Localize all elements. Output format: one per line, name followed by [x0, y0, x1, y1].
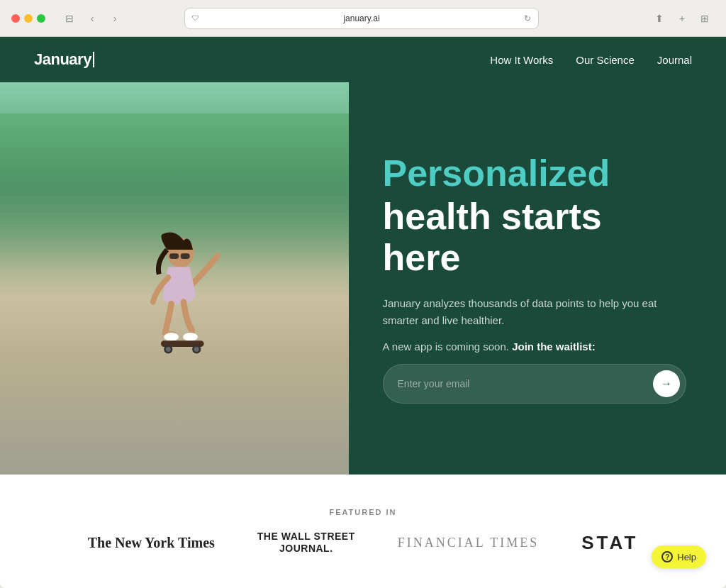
logo-stat: STAT: [581, 532, 638, 554]
maximize-window-button[interactable]: [37, 14, 45, 23]
help-label: Help: [677, 552, 696, 562]
browser-chrome: ⊟ ‹ › 🛡 january.ai ↻ ⬆ + ⊞: [0, 0, 726, 37]
svg-point-7: [166, 347, 171, 352]
site-navigation: How It Works Our Science Journal: [490, 54, 692, 66]
featured-section: FEATURED IN The New York Times THE WALL …: [0, 475, 726, 588]
logo-wall-street-journal: THE WALL STREETJOURNAL.: [257, 531, 355, 555]
hero-description: January analyzes thousands of data point…: [383, 295, 686, 329]
site-header: January How It Works Our Science Journal: [0, 37, 726, 82]
arrow-icon: →: [661, 377, 672, 390]
traffic-lights: [11, 14, 45, 23]
nav-journal[interactable]: Journal: [657, 54, 692, 66]
submit-button[interactable]: →: [653, 370, 680, 397]
email-input[interactable]: [398, 378, 647, 389]
new-tab-button[interactable]: +: [672, 9, 692, 28]
logo-new-york-times: The New York Times: [88, 535, 215, 551]
hero-section: Personalized health starts here January …: [0, 82, 726, 475]
hero-image: [0, 82, 349, 475]
address-bar[interactable]: 🛡 january.ai ↻: [184, 8, 539, 29]
security-icon: 🛡: [192, 14, 199, 22]
featured-label: FEATURED IN: [329, 508, 396, 516]
svg-point-3: [164, 333, 179, 341]
website-content: January How It Works Our Science Journal: [0, 37, 726, 588]
hero-headline-colored: Personalized: [383, 153, 686, 194]
nav-how-it-works[interactable]: How It Works: [490, 54, 553, 66]
logo-cursor: [93, 52, 94, 67]
svg-rect-1: [169, 253, 179, 259]
featured-logos: The New York Times THE WALL STREETJOURNA…: [88, 531, 639, 555]
browser-navigation: ⊟ ‹ ›: [60, 9, 125, 28]
minimize-window-button[interactable]: [24, 14, 33, 23]
hero-waitlist-label: A new app is coming soon. Join the waitl…: [383, 340, 686, 353]
svg-point-4: [183, 333, 198, 341]
skater-illustration: [111, 231, 238, 416]
hero-content: Personalized health starts here January …: [349, 82, 726, 475]
sidebar-toggle-button[interactable]: ⊟: [60, 9, 79, 28]
back-button[interactable]: ‹: [82, 9, 102, 28]
svg-rect-2: [180, 253, 189, 259]
share-button[interactable]: ⬆: [649, 9, 669, 28]
tab-overview-button[interactable]: ⊞: [695, 9, 715, 28]
help-icon: ?: [661, 551, 673, 562]
nav-our-science[interactable]: Our Science: [576, 54, 635, 66]
site-logo[interactable]: January: [34, 50, 94, 69]
email-form: →: [383, 364, 686, 404]
logo-financial-times: FINANCIAL TIMES: [398, 536, 540, 550]
svg-point-9: [194, 347, 199, 352]
hero-headline-white: health starts here: [383, 196, 686, 277]
waitlist-cta: Join the waitlist:: [512, 340, 596, 353]
browser-actions: ⬆ + ⊞: [649, 9, 715, 28]
url-display: january.ai: [203, 13, 520, 23]
logo-text: January: [34, 50, 91, 69]
reload-icon[interactable]: ↻: [524, 13, 531, 23]
close-window-button[interactable]: [11, 14, 20, 23]
forward-button[interactable]: ›: [105, 9, 125, 28]
help-button[interactable]: ? Help: [652, 545, 706, 568]
